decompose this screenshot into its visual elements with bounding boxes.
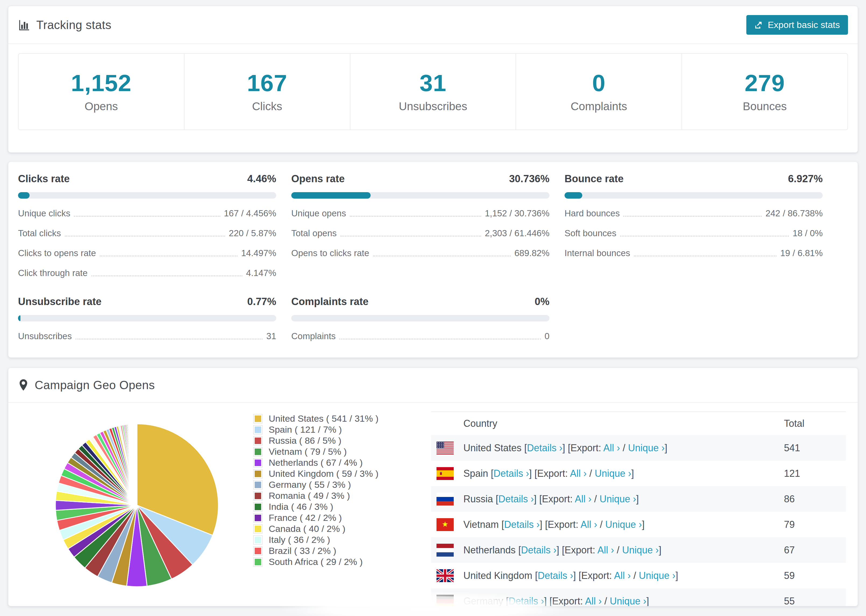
stat-cell: 1,152 Opens (19, 54, 184, 130)
country-name: Vietnam (463, 519, 501, 530)
stat-cell: 0 Complaints (516, 54, 682, 130)
rate-block: Complaints rate 0% Complaints 0 (291, 296, 550, 341)
rate-stat-row: Hard bounces 242 / 86.738% (565, 208, 823, 218)
legend-label: Canada ( 40 / 2% ) (269, 523, 345, 534)
country-name: Spain (463, 468, 491, 479)
stat-label: Clicks (184, 100, 350, 113)
stat-label: Opens (19, 100, 184, 113)
country-cell-text: Vietnam [Details ›] [Export: All › / Uni… (463, 519, 645, 530)
country-flag-icon (436, 442, 454, 454)
rate-stat-value: 242 / 86.738% (765, 208, 823, 218)
geo-opens-pie-chart[interactable] (55, 423, 219, 588)
table-row: Vietnam [Details ›] [Export: All › / Uni… (431, 512, 846, 537)
country-name: Germany (463, 596, 506, 607)
legend-color-swatch (254, 536, 262, 544)
legend-label: United Kingdom ( 59 / 3% ) (269, 468, 378, 479)
rate-stat-value: 0 (545, 331, 550, 341)
stat-value: 1,152 (19, 69, 184, 97)
rate-block: Clicks rate 4.46% Unique clicks 167 / 4.… (18, 173, 276, 278)
bracket: ] [Export: (556, 545, 597, 556)
legend-label: Brazil ( 33 / 2% ) (269, 545, 336, 556)
legend-label: India ( 46 / 3% ) (269, 501, 333, 512)
total-cell: 59 (784, 570, 846, 581)
stat-cell: 279 Bounces (682, 54, 847, 130)
rate-stat-row: Unsubscribes 31 (18, 331, 276, 341)
separator: / (614, 545, 622, 556)
dotted-leader (339, 339, 541, 339)
country-column-header: Country (431, 418, 784, 429)
details-link[interactable]: Details › (509, 596, 544, 607)
rate-stat-value: 1,152 / 30.736% (485, 208, 550, 218)
export-all-link[interactable]: All › (581, 519, 597, 530)
dotted-leader (91, 275, 242, 276)
country-name: United States (463, 442, 524, 453)
export-unique-link[interactable]: Unique › (595, 468, 631, 479)
legend-label: Russia ( 86 / 5% ) (269, 435, 341, 446)
country-name: Netherlands (463, 545, 518, 556)
stat-label: Bounces (682, 100, 847, 113)
details-link[interactable]: Details › (521, 545, 556, 556)
legend-item: India ( 46 / 3% ) (254, 501, 378, 512)
page-title: Tracking stats (36, 18, 111, 32)
export-all-link[interactable]: All › (597, 545, 614, 556)
details-link[interactable]: Details › (493, 468, 529, 479)
legend-color-swatch (254, 525, 262, 533)
rate-block: Unsubscribe rate 0.77% Unsubscribes 31 (18, 296, 276, 341)
rates-card: Clicks rate 4.46% Unique clicks 167 / 4.… (8, 162, 858, 358)
export-unique-link[interactable]: Unique › (610, 596, 646, 607)
legend-label: Netherlands ( 67 / 4% ) (269, 457, 363, 468)
export-all-link[interactable]: All › (614, 570, 631, 581)
export-all-link[interactable]: All › (585, 596, 601, 607)
rate-title: Opens rate (291, 173, 345, 185)
legend-item: Vietnam ( 79 / 5% ) (254, 446, 378, 457)
rate-value: 0.77% (247, 296, 276, 308)
details-link[interactable]: Details › (527, 442, 562, 453)
legend-item: France ( 42 / 2% ) (254, 512, 378, 523)
details-link[interactable]: Details › (504, 519, 540, 530)
country-cell-text: Germany [Details ›] [Export: All › / Uni… (463, 596, 649, 607)
export-unique-link[interactable]: Unique › (622, 545, 659, 556)
dotted-leader (620, 236, 789, 237)
total-column-header: Total (784, 418, 846, 429)
rate-value: 4.46% (247, 173, 276, 185)
legend-color-swatch (254, 481, 262, 489)
export-unique-link[interactable]: Unique › (600, 493, 636, 504)
legend-item: United States ( 541 / 31% ) (254, 413, 378, 424)
table-row: Spain [Details ›] [Export: All › / Uniqu… (431, 460, 846, 486)
stat-value: 167 (184, 69, 350, 97)
export-unique-link[interactable]: Unique › (639, 570, 675, 581)
country-cell-text: Russia [Details ›] [Export: All › / Uniq… (463, 493, 639, 505)
total-cell: 79 (784, 519, 846, 530)
country-flag-icon (436, 493, 454, 506)
details-link[interactable]: Details › (498, 493, 534, 504)
rate-stat-row: Total opens 2,303 / 61.446% (291, 228, 550, 238)
bracket: ] (646, 596, 649, 607)
bracket: [ (535, 570, 538, 581)
legend-item: Germany ( 55 / 3% ) (254, 479, 378, 490)
bracket: ] [Export: (562, 442, 603, 453)
country-flag-icon (436, 467, 454, 480)
export-all-link[interactable]: All › (603, 442, 620, 453)
rate-progress-track (18, 192, 276, 199)
stats-summary-row: 1,152 Opens 167 Clicks 31 Unsubscribes 0… (18, 53, 848, 130)
bracket: [ (518, 545, 521, 556)
rate-stat-value: 2,303 / 61.446% (485, 228, 550, 238)
rate-progress-fill (18, 315, 20, 321)
bar-chart-icon (18, 19, 30, 31)
geo-country-table: Country Total United States [Details ›] … (431, 412, 846, 606)
export-unique-link[interactable]: Unique › (605, 519, 642, 530)
details-link[interactable]: Details › (538, 570, 573, 581)
rate-stat-label: Hard bounces (565, 208, 620, 218)
total-cell: 86 (784, 493, 846, 505)
export-unique-link[interactable]: Unique › (628, 442, 664, 453)
bracket: ] (642, 519, 645, 530)
legend-item: Romania ( 49 / 3% ) (254, 490, 378, 501)
rate-stat-row: Clicks to opens rate 14.497% (18, 248, 276, 258)
table-row: Germany [Details ›] [Export: All › / Uni… (431, 588, 846, 606)
legend-color-swatch (254, 415, 262, 423)
export-all-link[interactable]: All › (570, 468, 587, 479)
legend-item: United Kingdom ( 59 / 3% ) (254, 468, 378, 479)
export-basic-stats-button[interactable]: Export basic stats (746, 15, 848, 35)
export-all-link[interactable]: All › (575, 493, 591, 504)
bracket: ] [Export: (573, 570, 614, 581)
